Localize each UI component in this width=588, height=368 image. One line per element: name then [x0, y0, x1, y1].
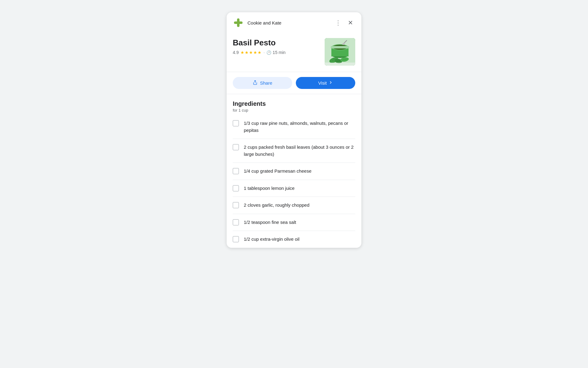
visit-label: Visit — [318, 80, 327, 86]
ingredient-item: 1/2 cup extra-virgin olive oil — [233, 231, 355, 248]
recipe-time: 15 min — [273, 50, 285, 55]
recipe-card: Cookie and Kate ⋮ ✕ Basil Pesto 4.9 ★ ★ … — [227, 12, 361, 248]
star-3: ★ — [249, 50, 253, 55]
close-button[interactable]: ✕ — [345, 18, 355, 28]
ingredient-checkbox-2[interactable] — [233, 144, 239, 150]
recipe-meta: 4.9 ★ ★ ★ ★ ★ · 🕐 15 min — [233, 50, 320, 55]
ingredient-checkbox-1[interactable] — [233, 120, 239, 126]
card-header: Cookie and Kate ⋮ ✕ — [227, 12, 361, 33]
dot-separator: · — [263, 50, 265, 55]
ingredient-text-1: 1/3 cup raw pine nuts, almonds, walnuts,… — [244, 120, 355, 134]
star-2: ★ — [245, 50, 249, 55]
star-4: ★ — [253, 50, 257, 55]
ingredient-checkbox-7[interactable] — [233, 236, 239, 242]
ingredient-item: 2 cloves garlic, roughly chopped — [233, 197, 355, 214]
chevron-right-icon — [329, 80, 333, 86]
ingredient-item: 1 tablespoon lemon juice — [233, 180, 355, 197]
ingredients-title: Ingredients — [233, 100, 355, 107]
ingredient-checkbox-6[interactable] — [233, 219, 239, 225]
rating-value: 4.9 — [233, 50, 239, 55]
star-1: ★ — [240, 50, 244, 55]
ingredients-subtitle: for 1 cup — [233, 108, 355, 113]
star-rating: ★ ★ ★ ★ ★ — [240, 50, 262, 55]
svg-rect-16 — [325, 63, 355, 66]
share-icon — [253, 80, 258, 86]
clock-icon: 🕐 — [266, 50, 271, 55]
ingredient-text-4: 1 tablespoon lemon juice — [244, 185, 295, 192]
ingredient-item: 1/3 cup raw pine nuts, almonds, walnuts,… — [233, 115, 355, 139]
recipe-title: Basil Pesto — [233, 38, 320, 48]
ingredients-section: Ingredients for 1 cup 1/3 cup raw pine n… — [227, 94, 361, 248]
ingredient-text-3: 1/4 cup grated Parmesan cheese — [244, 168, 311, 175]
ingredient-list: 1/3 cup raw pine nuts, almonds, walnuts,… — [233, 115, 355, 248]
ingredient-item: 1/4 cup grated Parmesan cheese — [233, 163, 355, 180]
ingredient-item: 2 cups packed fresh basil leaves (about … — [233, 139, 355, 163]
time-container: 🕐 15 min — [266, 50, 285, 55]
star-5: ★ — [258, 50, 262, 55]
ingredient-text-6: 1/2 teaspoon fine sea salt — [244, 219, 296, 226]
recipe-image — [325, 38, 355, 66]
header-actions: ⋮ ✕ — [333, 18, 355, 28]
ingredient-text-2: 2 cups packed fresh basil leaves (about … — [244, 144, 355, 158]
site-logo — [233, 17, 244, 28]
visit-button[interactable]: Visit — [296, 77, 355, 89]
ingredient-checkbox-4[interactable] — [233, 185, 239, 191]
ingredient-checkbox-3[interactable] — [233, 168, 239, 174]
recipe-section: Basil Pesto 4.9 ★ ★ ★ ★ ★ · 🕐 15 min — [227, 33, 361, 72]
ingredient-checkbox-5[interactable] — [233, 202, 239, 208]
ingredient-text-7: 1/2 cup extra-virgin olive oil — [244, 236, 300, 243]
more-options-button[interactable]: ⋮ — [333, 18, 343, 28]
site-name: Cookie and Kate — [247, 20, 333, 25]
recipe-info: Basil Pesto 4.9 ★ ★ ★ ★ ★ · 🕐 15 min — [233, 38, 320, 66]
share-button[interactable]: Share — [233, 77, 292, 89]
ingredient-item: 1/2 teaspoon fine sea salt — [233, 214, 355, 231]
share-label: Share — [260, 80, 272, 86]
ingredient-text-5: 2 cloves garlic, roughly chopped — [244, 202, 309, 209]
svg-rect-7 — [331, 46, 349, 48]
action-buttons: Share Visit — [227, 72, 361, 94]
svg-rect-1 — [234, 21, 243, 24]
